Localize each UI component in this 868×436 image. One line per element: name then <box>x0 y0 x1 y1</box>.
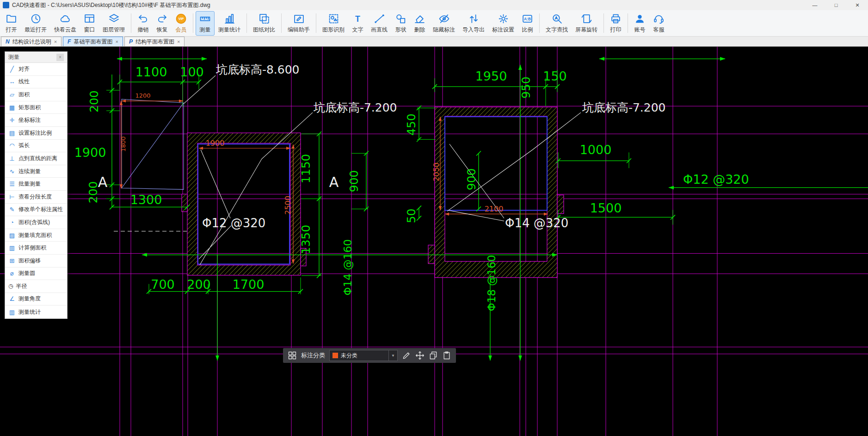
toolbar-shape-recognition-button[interactable]: 图形识别 <box>319 11 348 36</box>
cad-drawing[interactable]: 1100 100 坑底标高-8.600 200 1200 1900 1800 A… <box>0 47 868 436</box>
toolbar-label: 撤销 <box>138 26 149 34</box>
grid-view-icon[interactable] <box>288 351 297 360</box>
tab-close-icon[interactable]: × <box>54 39 57 44</box>
maximize-button[interactable]: □ <box>825 0 847 10</box>
tab-close-icon[interactable]: × <box>115 39 118 44</box>
measure-panel-item-measure-circle[interactable]: ⌀测量圆 <box>5 268 67 280</box>
category-dropdown[interactable]: 未分类 ▼ <box>329 350 398 361</box>
toolbar-recent-button[interactable]: 最近打开 <box>21 11 50 36</box>
minimize-button[interactable]: — <box>804 0 825 10</box>
move-icon[interactable] <box>415 351 425 360</box>
measure-panel-item-side-area[interactable]: ▥计算侧面积 <box>5 242 67 255</box>
measure-panel-item-segment-length[interactable]: ⊢查看分段长度 <box>5 191 67 204</box>
measure-panel-item-modify-annotation[interactable]: ✎修改单个标注属性 <box>5 204 67 217</box>
toolbar-separator <box>193 13 193 33</box>
toolbar-scale-button[interactable]: A:B 比例 <box>518 11 537 36</box>
measure-panel-item-rect-area[interactable]: ▦矩形面积 <box>5 101 67 114</box>
toolbar-text-search-button[interactable]: 文字查找 <box>542 11 572 36</box>
dimension-label: 1950 <box>475 69 507 83</box>
toolbar-text-button[interactable]: T 文字 <box>348 11 367 36</box>
toolbar-label: 形状 <box>395 26 406 34</box>
toolbar-label: 打开 <box>6 26 17 34</box>
measure-panel-item-batch-measure[interactable]: ☰批量测量 <box>5 178 67 191</box>
toolbar-open-button[interactable]: 打开 <box>2 11 21 36</box>
toolbar-shapes-button[interactable]: 形状 <box>391 11 410 36</box>
toolbar-print-button[interactable]: 打印 <box>606 11 625 36</box>
titlebar: CAD快速看图 - C:\Users\ASUS\Desktop\10楼\结构\1… <box>0 0 868 10</box>
toolbar-separator <box>628 13 628 33</box>
paste-icon[interactable] <box>442 351 451 360</box>
measure-panel-item-point-line-distance[interactable]: ⊥点到直线的距离 <box>5 152 67 165</box>
panel-close-icon[interactable]: × <box>56 54 64 61</box>
measurement-label: 2050 <box>432 162 441 181</box>
app-icon <box>3 2 9 8</box>
toolbar-separator <box>131 13 131 33</box>
batch-measure-icon: ☰ <box>8 181 16 187</box>
measure-panel-item-continuous-measure[interactable]: ∿连续测量 <box>5 165 67 178</box>
chevron-down-icon: ▼ <box>388 350 397 361</box>
shape-recognition-icon <box>328 13 339 25</box>
measure-panel-item-label: 弧长 <box>18 142 30 149</box>
tab-foundation-plan[interactable]: F 基础平面布置图 × <box>63 37 123 46</box>
measure-panel-item-area-with-arc[interactable]: ◔面积(含弧线) <box>5 216 67 229</box>
category-color-swatch <box>332 353 338 358</box>
measure-panel-item-linear[interactable]: ↔线性 <box>5 76 67 89</box>
toolbar-redo-button[interactable]: 恢复 <box>153 11 172 36</box>
measure-panel-item-annotation-scale[interactable]: ▤设置标注比例 <box>5 127 67 140</box>
dimension-label: 1900 <box>74 145 106 160</box>
measure-panel-item-arc-length[interactable]: ◠弧长 <box>5 140 67 153</box>
edit-pen-icon[interactable] <box>402 351 411 360</box>
toolbar-undo-button[interactable]: 撤销 <box>134 11 153 36</box>
toolbar-account-button[interactable]: 账号 <box>630 11 649 36</box>
measure-panel-header[interactable]: 测量 × <box>5 52 67 63</box>
draw-line-icon <box>374 13 385 25</box>
toolbar-cloud-button[interactable]: 快看云盘 <box>50 11 80 36</box>
toolbar-measure-stats-button[interactable]: 测量统计 <box>215 11 244 36</box>
toolbar-measure-button[interactable]: 测量 <box>196 11 215 36</box>
toolbar-import-export-button[interactable]: 导入导出 <box>459 11 488 36</box>
measure-panel-item-radius[interactable]: ◷半径 <box>5 280 67 293</box>
modify-annotation-icon: ✎ <box>8 206 16 213</box>
toolbar-hide-annotations-button[interactable]: 隐藏标注 <box>429 11 459 36</box>
toolbar-window-button[interactable]: 窗口 <box>80 11 99 36</box>
import-export-icon <box>468 13 480 25</box>
toolbar-layers-button[interactable]: 图层管理 <box>99 11 129 36</box>
toolbar-vip-button[interactable]: VIP 会员 <box>172 11 191 36</box>
measurement-label: 1200 <box>135 92 150 99</box>
measure-panel-item-label: 矩形面积 <box>18 104 41 112</box>
window-controls: — □ ✕ <box>804 0 868 10</box>
measure-panel-item-measure-stats[interactable]: ▥测量统计 <box>5 305 67 318</box>
measure-panel-item-fill-area[interactable]: ▨测量填充面积 <box>5 229 67 242</box>
dimension-label: 100 <box>180 65 204 79</box>
toolbar-service-button[interactable]: 客服 <box>649 11 668 36</box>
toolbar-compare-button[interactable]: 图纸对比 <box>249 11 279 36</box>
toolbar-annotation-settings-button[interactable]: 标注设置 <box>488 11 518 36</box>
toolbar-draw-line-button[interactable]: 画直线 <box>367 11 391 36</box>
toolbar-edit-assistant-button[interactable]: 编辑助手 <box>284 11 314 36</box>
arc-length-icon: ◠ <box>8 142 16 149</box>
toolbar-label: 客服 <box>653 26 665 34</box>
toolbar-screen-rotate-button[interactable]: 屏幕旋转 <box>572 11 601 36</box>
tab-structure-plan[interactable]: P 结构平面布置图 × <box>124 37 185 46</box>
measure-stats-icon <box>224 13 235 25</box>
tab-structure-design-notes[interactable]: N 结构设计总说明 × <box>1 37 62 46</box>
tab-prefix: N <box>6 38 10 45</box>
measure-panel-item-align[interactable]: ╱对齐 <box>5 63 67 76</box>
segment-length-icon: ⊢ <box>8 193 16 200</box>
toolbar-label: 测量 <box>200 26 211 34</box>
measure-panel-item-coordinate[interactable]: ✛坐标标注 <box>5 114 67 127</box>
measure-panel-item-area[interactable]: ▱面积 <box>5 88 67 101</box>
measure-panel-item-label: 批量测量 <box>18 180 41 188</box>
copy-icon[interactable] <box>429 351 438 360</box>
toolbar-label: 画直线 <box>371 26 388 34</box>
close-button[interactable]: ✕ <box>847 0 868 10</box>
redo-icon <box>156 13 168 25</box>
measure-panel-item-measure-angle[interactable]: ∠测量角度 <box>5 293 67 306</box>
drawing-canvas[interactable]: 1100 100 坑底标高-8.600 200 1200 1900 1800 A… <box>0 47 868 436</box>
svg-text:A:B: A:B <box>524 17 531 21</box>
tab-close-icon[interactable]: × <box>177 39 180 44</box>
measure-panel-item-label: 点到直线的距离 <box>18 155 57 162</box>
measure-panel-item-area-offset[interactable]: ⊞面积偏移 <box>5 255 67 268</box>
toolbar-delete-button[interactable]: 删除 <box>410 11 429 36</box>
rebar-note: Φ18 @160 <box>486 255 498 311</box>
